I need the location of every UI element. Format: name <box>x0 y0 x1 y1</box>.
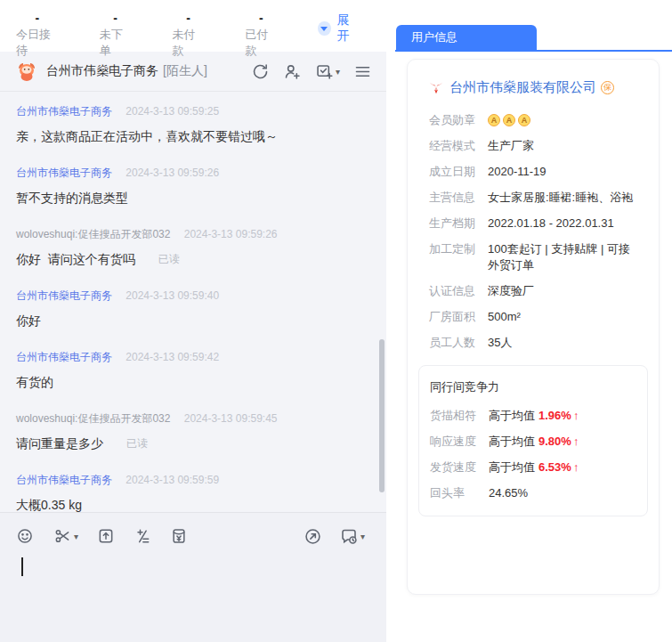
message-head: 台州市伟燊电子商务 2024-3-13 09:59:26 <box>16 166 370 180</box>
row-value: 深度验厂 <box>488 283 534 299</box>
emoji-icon[interactable] <box>16 527 34 545</box>
competitiveness-row: 响应速度 高于均值 9.80% ↑ <box>430 434 636 450</box>
stat-item[interactable]: - 今日接待 <box>16 9 59 43</box>
message-time: 2024-3-13 09:59:45 <box>184 412 278 425</box>
message-head: 台州市伟燊电子商务 2024-3-13 09:59:40 <box>16 288 370 303</box>
stat-item[interactable]: - 已付款 <box>245 9 277 43</box>
chat-header-actions: ▾ <box>251 62 372 81</box>
row-value: 2022.01.18 - 2022.01.31 <box>488 215 614 232</box>
stat-label: 未付款 <box>173 27 205 43</box>
row-label: 主营信息 <box>429 190 482 206</box>
company-card: 台州市伟燊服装有限公司 保 会员勋章 A A A 经营模式 <box>407 59 660 595</box>
comp-prefix: 高于均值 <box>489 434 535 450</box>
chat-contact-name: 台州市伟燊电子商务 <box>46 63 158 79</box>
up-arrow: ↑ <box>573 408 579 424</box>
message-time: 2024-3-13 09:59:59 <box>125 474 219 486</box>
caret-down: ▾ <box>336 67 340 77</box>
comp-label: 货描相符 <box>430 408 483 424</box>
stat-item[interactable]: - 未下单 <box>100 9 132 43</box>
tab-user-info[interactable]: 用户信息 <box>396 25 537 50</box>
message-text: 大概0.35 kg <box>16 495 82 512</box>
refresh-icon[interactable] <box>251 62 270 81</box>
message-body: 有货的 <box>16 372 370 393</box>
message-sender: 台州市伟燊电子商务 <box>16 167 112 179</box>
bull-avatar-icon <box>16 61 37 82</box>
message-sender: 台州市伟燊电子商务 <box>16 351 112 363</box>
competitiveness-title: 同行间竞争力 <box>430 379 636 395</box>
menu-icon[interactable] <box>353 62 372 81</box>
message-time: 2024-3-13 09:59:40 <box>125 289 219 302</box>
message-time: 2024-3-13 09:59:26 <box>184 228 278 240</box>
user-info-panel: 用户信息 台州市伟燊服装有限公司 保 会员勋章 A <box>395 0 672 642</box>
app-window: - 今日接待 - 未下单 - 未付款 - 已付款 <box>0 0 672 642</box>
row-label: 认证信息 <box>429 283 482 299</box>
message-input[interactable] <box>16 557 374 629</box>
row-label: 加工定制 <box>429 241 482 273</box>
message-sender: woloveshuqi:促佳搜品开发部032 <box>16 412 170 425</box>
row-label: 经营模式 <box>429 138 482 154</box>
chevron-down-circle-icon <box>318 21 330 36</box>
competitiveness-box: 同行间竞争力 货描相符 高于均值 1.96% ↑ 响应速度 高于均值 9.80%… <box>418 365 648 516</box>
chat-input-section: ▾ <box>0 512 386 642</box>
chat-message: 台州市伟燊电子商务 2024-3-13 09:59:59 大概0.35 kg <box>16 473 370 512</box>
message-sender: woloveshuqi:促佳搜品开发部032 <box>16 228 170 240</box>
comp-label: 发货速度 <box>430 459 483 475</box>
message-time: 2024-3-13 09:59:25 <box>125 105 219 118</box>
screenshot-icon[interactable]: ▾ <box>53 527 78 545</box>
stat-label: 已付款 <box>245 27 277 43</box>
comp-value: 1.96% <box>538 408 571 424</box>
tab-underline <box>395 50 672 52</box>
message-head: woloveshuqi:促佳搜品开发部032 2024-3-13 09:59:4… <box>16 411 370 426</box>
message-text: 有货的 <box>16 372 53 393</box>
stat-value: - <box>113 9 117 27</box>
row-label: 员工人数 <box>429 335 482 351</box>
message-sender: 台州市伟燊电子商务 <box>16 474 112 486</box>
stat-label: 未下单 <box>100 27 132 43</box>
stats-bar: - 今日接待 - 未下单 - 未付款 - 已付款 <box>0 0 386 52</box>
company-header: 台州市伟燊服装有限公司 保 <box>429 79 637 96</box>
message-body: 暂不支持的消息类型 <box>16 188 370 208</box>
stat-value: - <box>36 9 40 27</box>
caret-down: ▾ <box>360 532 365 541</box>
expand-label: 展开 <box>337 12 360 45</box>
medal-icon: A <box>503 114 515 126</box>
red-packet-icon[interactable] <box>170 527 188 545</box>
info-row: 厂房面积 500m² <box>429 309 637 325</box>
comp-prefix: 高于均值 <box>489 408 535 424</box>
quote-icon[interactable] <box>134 527 151 545</box>
info-row: 经营模式 生产厂家 <box>429 138 637 154</box>
chat-header: 台州市伟燊电子商务 [陌生人] ▾ <box>0 52 386 92</box>
invite-rate-icon[interactable] <box>304 527 322 546</box>
medals: A A A <box>488 112 530 128</box>
row-label: 生产档期 <box>429 215 482 232</box>
row-value: 2020-11-19 <box>488 164 547 180</box>
message-body: 大概0.35 kg <box>16 495 370 512</box>
comp-label: 回头率 <box>430 485 483 501</box>
chat-history-icon[interactable]: ▾ <box>339 527 365 546</box>
message-head: 台州市伟燊电子商务 2024-3-13 09:59:42 <box>16 350 370 364</box>
info-row: 主营信息 女士家居服:睡裙:睡袍、浴袍 <box>429 190 637 206</box>
stat-value: - <box>259 9 263 27</box>
expand-button[interactable]: 展开 <box>318 12 360 45</box>
message-body: 你好 请问这个有货吗 已读 <box>16 249 370 270</box>
message-sender: 台州市伟燊电子商务 <box>16 289 112 302</box>
file-upload-icon[interactable] <box>97 527 115 545</box>
chat-scrollbar[interactable] <box>379 339 385 492</box>
up-arrow: ↑ <box>573 434 579 450</box>
message-head: 台州市伟燊电子商务 2024-3-13 09:59:59 <box>16 473 370 487</box>
message-head: 台州市伟燊电子商务 2024-3-13 09:59:25 <box>16 104 370 118</box>
competitiveness-row: 发货速度 高于均值 6.53% ↑ <box>430 459 636 475</box>
chat-panel: - 今日接待 - 未下单 - 未付款 - 已付款 <box>0 0 386 642</box>
add-contact-icon[interactable] <box>283 62 302 81</box>
medal-icon: A <box>488 114 500 126</box>
comp-value: 6.53% <box>538 459 571 475</box>
stat-item[interactable]: - 未付款 <box>173 9 205 43</box>
supplier-bull-logo-icon <box>429 81 443 94</box>
comp-value: 24.65% <box>489 485 528 501</box>
create-task-icon[interactable]: ▾ <box>315 62 340 81</box>
info-row: 认证信息 深度验厂 <box>429 283 637 299</box>
read-status: 已读 <box>126 434 148 454</box>
row-label: 厂房面积 <box>429 309 482 325</box>
company-name-link[interactable]: 台州市伟燊服装有限公司 <box>449 79 596 96</box>
row-value: 生产厂家 <box>488 138 534 154</box>
